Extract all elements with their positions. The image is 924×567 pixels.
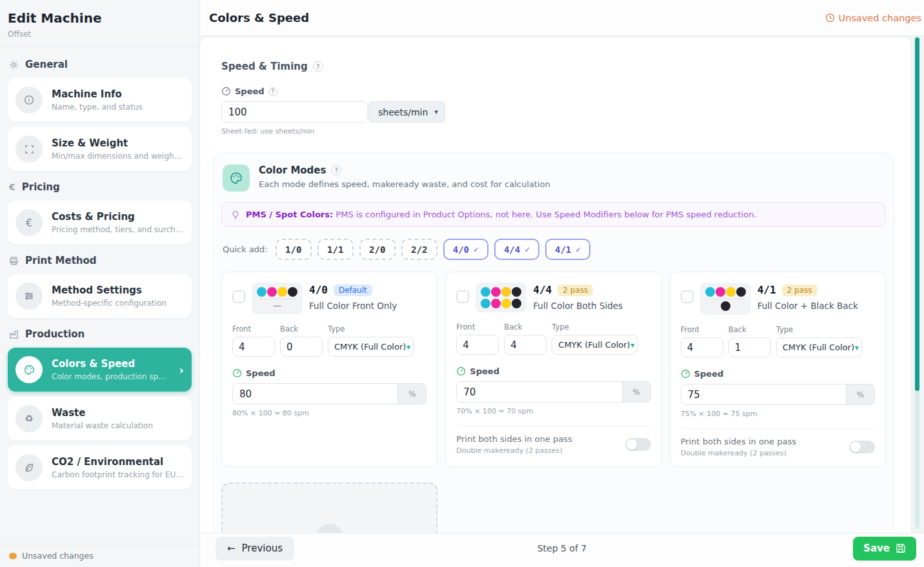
- quick-add-chip-2-2[interactable]: 2/2: [401, 239, 437, 260]
- back-dots: [721, 301, 730, 311]
- item-subtitle: Name, type, and status: [52, 103, 143, 112]
- help-icon[interactable]: ?: [313, 61, 323, 72]
- color-swatch: [476, 283, 527, 312]
- sidebar-item-colors-speed[interactable]: Colors & Speed Color modes, production s…: [8, 348, 192, 392]
- card-speed-field: %: [456, 381, 650, 403]
- color-dot: [501, 299, 511, 308]
- card-speed-input[interactable]: [233, 384, 397, 404]
- back-input[interactable]: [280, 337, 323, 357]
- sidebar-item-co2-environmental[interactable]: CO2 / Environmental Carbon footprint tra…: [8, 446, 192, 490]
- color-dot: [705, 287, 715, 297]
- recycle-icon: ♻: [15, 405, 43, 432]
- card-speed-input[interactable]: [457, 382, 621, 402]
- color-modes-title: Color Modes: [259, 164, 326, 176]
- one-pass-toggle[interactable]: [625, 438, 651, 451]
- sidebar-item-size-weight[interactable]: Size & Weight Min/max dimensions and wei…: [8, 127, 192, 171]
- one-pass-subtext: Double makeready (2 passes): [681, 449, 849, 457]
- color-dot: [721, 301, 730, 311]
- quick-add-chip-4-0[interactable]: 4/0✓: [443, 239, 488, 260]
- type-value: CMYK (Full Color): [334, 342, 407, 352]
- item-title: CO2 / Environmental: [52, 456, 184, 468]
- item-subtitle: Min/max dimensions and weight limits: [52, 152, 184, 161]
- color-dot: [716, 287, 725, 297]
- color-dot: [736, 287, 746, 297]
- type-value: CMYK (Full Color): [558, 340, 630, 350]
- save-button[interactable]: Save: [853, 537, 916, 561]
- two-pass-badge: 2 pass: [557, 284, 593, 296]
- front-dots: [257, 287, 297, 297]
- front-input[interactable]: [681, 337, 723, 357]
- sidebar-item-waste[interactable]: ♻ Waste Material waste calculation: [8, 397, 192, 441]
- type-select[interactable]: CMYK (Full Color) ▾: [328, 337, 414, 357]
- add-mode-card[interactable]: +: [221, 482, 437, 533]
- scrollbar-thumb[interactable]: [915, 37, 919, 391]
- mode-checkbox[interactable]: [232, 290, 245, 303]
- unsaved-dot-icon: [9, 553, 17, 559]
- app-window: Edit Machine Offset General Machine Info…: [0, 0, 924, 567]
- one-pass-toggle[interactable]: [849, 441, 875, 453]
- sidebar-item-machine-info[interactable]: Machine Info Name, type, and status: [8, 78, 192, 122]
- toggle-knob: [850, 442, 861, 452]
- section-label: General: [25, 59, 68, 70]
- color-modes-subtitle: Each mode defines speed, makeready waste…: [259, 179, 550, 189]
- help-icon[interactable]: ?: [331, 165, 341, 175]
- speed-field-label: Speed ?: [221, 86, 894, 96]
- one-pass-row: Print both sides in one pass Double make…: [681, 437, 875, 457]
- section-pricing: € Pricing: [9, 181, 190, 193]
- divider: [456, 426, 650, 426]
- clock-icon: [825, 13, 835, 23]
- palette-icon: [15, 356, 43, 383]
- quick-add-chip-4-1[interactable]: 4/1✓: [545, 239, 590, 260]
- previous-button[interactable]: ← Previous: [216, 537, 294, 561]
- color-dot: [257, 287, 266, 297]
- sidebar-item-costs-pricing[interactable]: € Costs & Pricing Pricing method, tiers,…: [8, 201, 192, 244]
- pms-note-text: PMS is configured in Product Options, no…: [333, 210, 756, 219]
- one-pass-row: Print both sides in one pass Double make…: [456, 434, 650, 455]
- section-general: General: [9, 59, 190, 70]
- section-production: Production: [9, 328, 190, 340]
- main-title: Colors & Speed: [209, 11, 309, 25]
- front-input[interactable]: [456, 335, 499, 355]
- quick-add-chip-2-0[interactable]: 2/0: [359, 239, 396, 260]
- card-speed-label-row: Speed: [232, 368, 427, 378]
- color-modes-header: Color Modes ? Each mode defines speed, m…: [221, 162, 886, 192]
- speed-unit-select[interactable]: sheets/min ▾: [368, 101, 445, 123]
- mode-code: 4/1: [758, 284, 776, 296]
- speed-input[interactable]: [221, 101, 368, 123]
- content-panel: Speed & Timing ? Speed ? sheets/min: [200, 37, 911, 533]
- speed-helper-text: Sheet-fed: use sheets/min: [221, 127, 894, 135]
- two-pass-badge: 2 pass: [782, 284, 818, 296]
- mode-checkbox[interactable]: [681, 290, 694, 303]
- scrollbar-track[interactable]: [915, 36, 919, 528]
- chevron-down-icon: ▾: [855, 343, 859, 352]
- chevron-down-icon: ▾: [630, 341, 634, 350]
- card-speed-input[interactable]: [681, 384, 846, 404]
- help-icon[interactable]: ?: [268, 87, 277, 96]
- chip-label: 4/4: [504, 244, 520, 255]
- type-select[interactable]: CMYK (Full Color) ▾: [776, 337, 862, 357]
- check-icon: ✓: [525, 244, 530, 254]
- mode-name: Full Color + Black Back: [758, 301, 858, 311]
- mode-card-4-1: 4/1 2 pass Full Color + Black Back Front: [670, 272, 886, 467]
- front-input[interactable]: [232, 337, 275, 357]
- quick-add-row: Quick add: 1/0 1/1 2/0 2/2 4/0✓ 4/4✓ 4/1…: [223, 239, 886, 260]
- quick-add-chip-1-1[interactable]: 1/1: [317, 239, 354, 260]
- mode-checkbox[interactable]: [456, 290, 469, 303]
- sidebar-item-method-settings[interactable]: Method Settings Method-specific configur…: [8, 274, 192, 318]
- back-label: Back: [728, 325, 771, 334]
- sidebar: Edit Machine Offset General Machine Info…: [0, 0, 200, 567]
- speed-timing-heading: Speed & Timing ?: [221, 61, 894, 72]
- check-icon: ✓: [576, 244, 581, 254]
- info-icon: [15, 86, 43, 114]
- mode-code: 4/4: [533, 284, 552, 296]
- back-input[interactable]: [728, 337, 771, 357]
- type-select[interactable]: CMYK (Full Color) ▾: [552, 335, 638, 355]
- speed-formula: 80% × 100 = 80 spm: [232, 409, 427, 417]
- quick-add-chip-4-4[interactable]: 4/4✓: [494, 239, 539, 260]
- front-dots: [705, 287, 746, 297]
- pms-callout: PMS / Spot Colors: PMS is configured in …: [221, 202, 886, 227]
- quick-add-label: Quick add:: [223, 244, 268, 254]
- card-speed-label: Speed: [470, 366, 499, 376]
- back-input[interactable]: [504, 335, 547, 355]
- quick-add-chip-1-0[interactable]: 1/0: [276, 239, 312, 260]
